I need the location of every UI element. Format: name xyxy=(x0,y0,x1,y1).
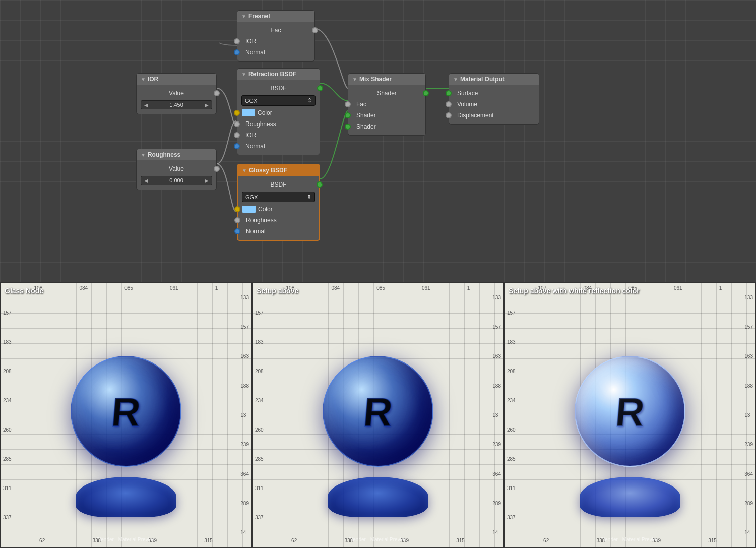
mix-shader2-label: Shader xyxy=(356,123,376,130)
node-output-title: Material Output xyxy=(460,76,505,83)
render-panel-2: 108 084 085 061 1 157 183 208 234 260 28… xyxy=(252,282,504,548)
mix-shader-output-socket[interactable] xyxy=(423,90,429,96)
node-refraction-bsdf: ▼ Refraction BSDF BSDF GGX ⇕ Color Rough… xyxy=(237,68,320,155)
glossy-dropdown-label: GGX xyxy=(245,194,258,200)
glossy-normal-label: Normal xyxy=(246,228,266,235)
node-refraction-arrow: ▼ xyxy=(241,72,246,77)
node-roughness: ▼ Roughness Value ◀ 0.000 ▶ xyxy=(136,149,217,190)
mix-fac-socket[interactable] xyxy=(345,101,351,107)
roughness-right-arrow: ▶ xyxy=(205,178,209,184)
sphere-base-1 xyxy=(76,477,176,517)
fresnel-normal-label: Normal xyxy=(245,49,265,56)
ior-value-field[interactable]: ◀ 1.450 ▶ xyxy=(141,100,212,109)
ior-output-value: Value xyxy=(137,88,216,99)
blender-r-2: R xyxy=(361,389,395,436)
sphere-3: R xyxy=(559,356,701,517)
mix-shader1-label: Shader xyxy=(356,112,376,119)
node-ior-header: ▼ IOR xyxy=(137,74,216,85)
glass-sphere-3: R xyxy=(575,356,685,467)
blender-r-1: R xyxy=(109,389,143,436)
mix-output-shader: Shader xyxy=(348,88,425,99)
ior-right-arrow: ▶ xyxy=(205,102,209,108)
glossy-normal-row: Normal xyxy=(238,226,319,237)
roughness-output-value: Value xyxy=(137,163,216,174)
fresnel-fac-label: Fac xyxy=(271,27,281,34)
glossy-normal-socket[interactable] xyxy=(234,228,240,234)
glossy-roughness-label: Roughness xyxy=(246,217,277,224)
fresnel-fac-socket[interactable] xyxy=(312,27,318,33)
mix-fac-label: Fac xyxy=(356,101,366,108)
render-watermark-2: Blender - Material Preview xyxy=(348,537,407,542)
output-displacement-row: Displacement xyxy=(449,110,539,121)
node-ior: ▼ IOR Value ◀ 1.450 ▶ xyxy=(136,73,217,114)
node-mix-shader: ▼ Mix Shader Shader Fac Shader Shader xyxy=(348,73,426,136)
roughness-value-field[interactable]: ◀ 0.000 ▶ xyxy=(141,176,212,185)
side-numbers-3: 133 157 163 188 13 239 364 289 14 xyxy=(744,283,753,547)
node-material-output: ▼ Material Output Surface Volume Displac… xyxy=(449,73,539,125)
render-watermark-3: Blender - Material Preview xyxy=(600,537,659,542)
node-glossy-arrow: ▼ xyxy=(242,168,247,173)
refraction-roughness-row: Roughness xyxy=(237,118,320,130)
ior-value-display: 1.450 xyxy=(148,102,205,108)
fresnel-normal-socket[interactable] xyxy=(234,49,240,55)
mix-fac-row: Fac xyxy=(348,99,425,110)
mix-shader-output-label: Shader xyxy=(377,90,397,97)
bottom-section: 108 084 085 061 1 157 183 208 234 260 28… xyxy=(0,282,756,548)
render-panel-1: 108 084 085 061 1 157 183 208 234 260 28… xyxy=(0,282,252,548)
side-numbers-1: 133 157 163 188 13 239 364 289 14 xyxy=(240,283,249,547)
output-surface-socket[interactable] xyxy=(446,90,452,96)
fresnel-input-ior: IOR xyxy=(237,36,314,47)
node-glossy-bsdf: ▼ Glossy BSDF BSDF GGX ⇕ Color Roughness xyxy=(237,164,320,241)
mix-shader2-socket[interactable] xyxy=(345,124,351,130)
render-label-1: Glass Node xyxy=(5,287,43,295)
glossy-roughness-socket[interactable] xyxy=(234,217,240,223)
top-numbers-2: 108 084 085 061 1 xyxy=(268,285,488,291)
output-volume-row: Volume xyxy=(449,99,539,110)
left-numbers-2: 157 183 208 234 260 285 311 337 xyxy=(255,298,264,532)
refraction-dropdown[interactable]: GGX ⇕ xyxy=(241,95,316,106)
refraction-normal-label: Normal xyxy=(245,143,265,150)
node-ior-title: IOR xyxy=(148,76,158,83)
refraction-ior-socket[interactable] xyxy=(234,132,240,138)
blender-r-3: R xyxy=(613,389,647,436)
glossy-color-swatch xyxy=(242,205,256,213)
node-output-arrow: ▼ xyxy=(453,77,458,82)
roughness-value-display: 0.000 xyxy=(148,177,205,184)
roughness-value-socket[interactable] xyxy=(214,166,220,172)
render-label-3: Setup above with white reflection color xyxy=(509,287,640,295)
glossy-roughness-row: Roughness xyxy=(238,215,319,226)
glossy-dropdown[interactable]: GGX ⇕ xyxy=(242,192,315,202)
node-editor: ▼ Fresnel Fac IOR Normal ▼ IOR Val xyxy=(0,0,756,282)
render-bg-2: 108 084 085 061 1 157 183 208 234 260 28… xyxy=(253,283,503,547)
glossy-bsdf-socket[interactable] xyxy=(317,181,323,188)
output-surface-label: Surface xyxy=(457,90,478,97)
glossy-color-socket[interactable] xyxy=(234,206,240,212)
node-roughness-title: Roughness xyxy=(148,151,180,158)
refraction-normal-socket[interactable] xyxy=(234,143,240,149)
refraction-color-row: Color xyxy=(237,107,320,118)
glossy-color-row: Color xyxy=(238,204,319,215)
refraction-bsdf-label: BSDF xyxy=(270,85,286,92)
render-bg-3: 107 084 085 061 1 157 183 208 234 260 28… xyxy=(505,283,755,547)
output-surface-row: Surface xyxy=(449,88,539,99)
output-displacement-socket[interactable] xyxy=(446,112,452,118)
blender-logo-1: R xyxy=(96,382,156,443)
fresnel-output-fac: Fac xyxy=(237,25,314,36)
refraction-color-socket[interactable] xyxy=(234,110,240,116)
output-volume-socket[interactable] xyxy=(446,101,452,107)
mix-shader2-row: Shader xyxy=(348,121,425,132)
ior-value-label: Value xyxy=(169,90,184,97)
sphere-base-3 xyxy=(580,477,680,517)
mix-shader1-socket[interactable] xyxy=(345,112,351,118)
ior-value-socket[interactable] xyxy=(214,90,220,96)
render-bg-1: 108 084 085 061 1 157 183 208 234 260 28… xyxy=(1,283,251,547)
roughness-left-arrow: ◀ xyxy=(144,178,148,184)
node-ior-arrow: ▼ xyxy=(141,77,146,82)
ior-left-arrow: ◀ xyxy=(144,102,148,108)
glass-sphere-1: R xyxy=(71,356,181,467)
refraction-bsdf-socket[interactable] xyxy=(317,85,323,91)
fresnel-ior-socket[interactable] xyxy=(234,38,240,44)
refraction-roughness-socket[interactable] xyxy=(234,121,240,127)
mix-shader1-row: Shader xyxy=(348,110,425,121)
node-mix-title: Mix Shader xyxy=(359,76,392,83)
